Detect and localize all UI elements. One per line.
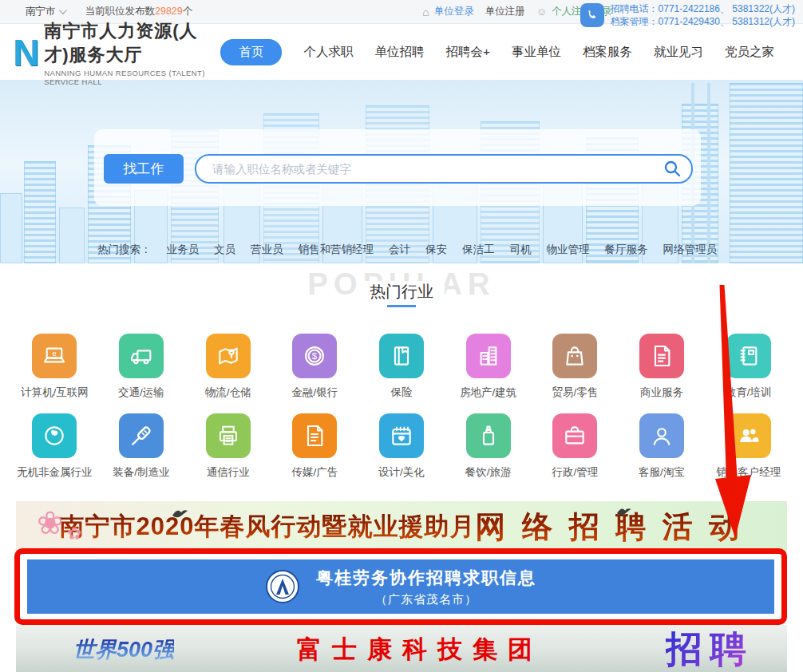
yuegui-banner-title: 粤桂劳务协作招聘求职信息	[316, 567, 536, 589]
nav-party-home[interactable]: 党员之家	[725, 44, 774, 61]
archive-phone: 档案管理：0771-2429430、 5381312(人才)	[611, 15, 795, 28]
industry-nonmetal[interactable]: 无机非金属行业	[11, 413, 98, 480]
industry-education[interactable]: 教育/培训	[705, 334, 792, 400]
unit-login-link[interactable]: 单位登录	[434, 5, 474, 18]
hot-term[interactable]: 营业员	[251, 243, 283, 257]
hot-term[interactable]: 会计	[389, 243, 410, 257]
notebook-icon	[726, 334, 771, 378]
industry-computer-internet[interactable]: e 计算机/互联网	[11, 334, 98, 400]
nav-home[interactable]: 首页	[220, 39, 282, 65]
section-underline	[387, 305, 416, 307]
hot-search-label: 热门搜索：	[97, 243, 152, 257]
person-icon: ☺	[536, 6, 547, 18]
hot-term[interactable]: 文员	[214, 243, 235, 257]
book-icon	[379, 334, 424, 378]
site-title: 南宁市人力资源(人才)服务大厅	[44, 19, 220, 67]
briefcase-icon	[552, 413, 597, 458]
fortune500-text: 世界500强	[73, 635, 174, 664]
tool-icon	[119, 413, 164, 458]
swallow-icon	[172, 508, 192, 520]
hero-banner: 找工作 热门搜索： 业务员 文员 营业员 销售和营销经理 会计 保安 保洁工 司…	[0, 80, 803, 263]
document-lines-icon	[292, 413, 337, 458]
highlight-red-box: 粤桂劳务协作招聘求职信息 （广东省茂名市）	[14, 548, 787, 625]
section-title: 热门行业	[358, 281, 445, 302]
hot-term[interactable]: 业务员	[167, 243, 200, 257]
nav-personal-jobs[interactable]: 个人求职	[303, 44, 353, 61]
nav-public-institution[interactable]: 事业单位	[512, 44, 561, 61]
document-icon	[639, 334, 684, 378]
site-header: N 南宁市人力资源(人才)服务大厅 NANNING HUMAN RESOURCE…	[0, 25, 803, 80]
flower-icon: ✿	[67, 524, 81, 544]
hot-search-row: 热门搜索： 业务员 文员 营业员 销售和营销经理 会计 保安 保洁工 司机 物业…	[97, 243, 717, 257]
chevron-down-icon	[58, 6, 66, 14]
industry-trade-retail[interactable]: 贸易/零售	[532, 334, 619, 400]
foxconn-banner[interactable]: 世界500强 富士康科技集团 招聘	[16, 625, 787, 672]
main-nav: 首页 个人求职 单位招聘 招聘会+ 事业单位 档案服务 就业见习 党员之家	[220, 39, 774, 65]
find-job-button[interactable]: 找工作	[104, 154, 184, 184]
hot-term[interactable]: 保安	[425, 243, 447, 257]
phone-icon	[580, 3, 604, 27]
foxconn-name-text: 富士康科技集团	[174, 633, 666, 666]
contact-phones: 招聘电话：0771-2422186、 5381322(人才) 档案管理：0771…	[580, 2, 795, 28]
industry-sales-account-manager[interactable]: 销售客户经理	[705, 413, 792, 480]
nav-job-fair[interactable]: 招聘会+	[445, 44, 490, 61]
map-pin-icon	[206, 334, 251, 378]
hot-term[interactable]: 司机	[510, 243, 532, 257]
spring-banner-emphasis: 网 络 招 聘 活 动	[476, 507, 744, 547]
city-label: 南宁市	[26, 5, 56, 18]
industry-design[interactable]: 设计/美化	[358, 413, 445, 480]
site-logo[interactable]: N 南宁市人力资源(人才)服务大厅 NANNING HUMAN RESOURCE…	[13, 19, 220, 86]
hot-term[interactable]: 销售和营销经理	[299, 243, 374, 257]
buildings-icon	[466, 334, 511, 378]
headset-person-icon	[639, 413, 684, 458]
calendar-heart-icon	[379, 413, 424, 458]
industry-real-estate[interactable]: 房地产/建筑	[445, 334, 532, 400]
logo-mark-icon: N	[13, 34, 38, 71]
city-selector[interactable]: 南宁市	[26, 5, 65, 18]
yuegui-banner[interactable]: 粤桂劳务协作招聘求职信息 （广东省茂名市）	[27, 559, 774, 614]
industry-finance[interactable]: $ 金融/银行	[271, 334, 358, 400]
industry-logistics[interactable]: 物流/仓储	[184, 334, 271, 400]
industry-catering-travel[interactable]: 餐饮/旅游	[445, 413, 532, 480]
hot-term[interactable]: 餐厅服务	[605, 243, 648, 257]
job-count-number: 29829	[155, 6, 183, 17]
industry-telecom[interactable]: 通信行业	[184, 413, 271, 480]
recruit-phone: 招聘电话：0771-2422186、 5381322(人才)	[611, 2, 795, 15]
spring-banner-text: 南宁市2020年春风行动暨就业援助月	[60, 510, 476, 544]
industries-grid: e 计算机/互联网 交通/运输 物流/仓储 $ 金融/银行 保险	[11, 334, 792, 480]
magnifier-icon[interactable]	[663, 159, 682, 181]
industry-equipment-manufacturing[interactable]: 装备/制造业	[98, 413, 185, 480]
nav-archive-service[interactable]: 档案服务	[583, 44, 632, 61]
svg-text:e: e	[53, 350, 57, 358]
bottle-icon	[466, 413, 511, 458]
hot-term[interactable]: 网络管理员	[663, 243, 718, 257]
emblem-icon	[265, 569, 300, 604]
industry-transport[interactable]: 交通/运输	[98, 334, 185, 400]
globe-icon	[32, 413, 77, 458]
recruiting-text: 招聘	[666, 625, 754, 672]
industry-business-service[interactable]: 商业服务	[619, 334, 706, 400]
job-search-input[interactable]	[195, 154, 693, 184]
job-count: 当前职位发布数29829个	[85, 5, 193, 18]
spring-action-banner[interactable]: ❀ ✿ 南宁市2020年春风行动暨就业援助月 网 络 招 聘 活 动	[16, 501, 787, 552]
hot-term[interactable]: 物业管理	[547, 243, 590, 257]
fax-icon	[206, 413, 251, 458]
industry-admin-management[interactable]: 行政/管理	[532, 413, 619, 480]
industry-insurance[interactable]: 保险	[358, 334, 445, 400]
unit-register-link[interactable]: 单位注册	[485, 5, 525, 18]
svg-text:$: $	[312, 351, 318, 361]
hot-term[interactable]: 保洁工	[462, 243, 495, 257]
people-icon	[726, 413, 771, 458]
laptop-icon: e	[32, 334, 77, 378]
swallow-icon	[616, 506, 635, 518]
nav-unit-recruit[interactable]: 单位招聘	[374, 44, 424, 61]
industries-section-heading: POPULAR 热门行业	[0, 266, 803, 314]
site-subtitle: NANNING HUMAN RESOURCES (TALENT) SERVICE…	[44, 69, 220, 86]
industry-customer-service[interactable]: 客服/淘宝	[619, 413, 706, 480]
page: 南宁市 当前职位发布数29829个 ⌂ 单位登录 单位注册 ☺ 个人注册登录 招…	[0, 0, 803, 672]
home-icon: ⌂	[422, 6, 429, 18]
shopping-bag-icon	[552, 334, 597, 378]
truck-icon	[119, 334, 164, 378]
nav-internship[interactable]: 就业见习	[654, 44, 703, 61]
industry-media-ads[interactable]: 传媒/广告	[271, 413, 358, 480]
